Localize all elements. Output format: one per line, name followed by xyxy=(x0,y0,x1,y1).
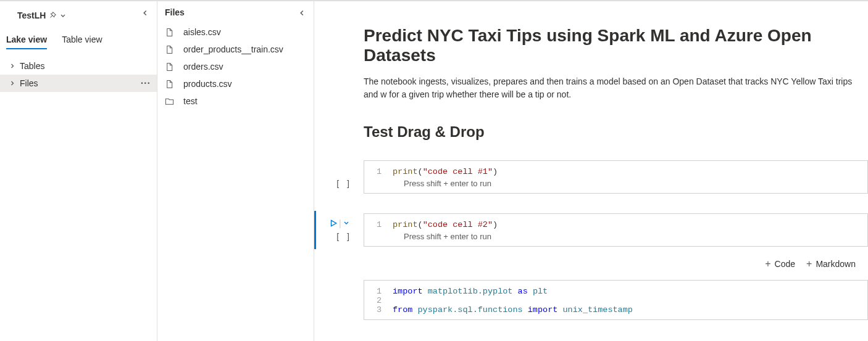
file-icon xyxy=(165,62,175,72)
file-item[interactable]: orders.csv xyxy=(157,58,314,75)
notebook-area: Predict NYC Taxi Tips using Spark ML and… xyxy=(314,1,868,341)
tree-label: Tables xyxy=(20,61,44,71)
explorer-tree: Tables Files ··· xyxy=(0,50,157,92)
code-cell[interactable]: [ ]1print("code cell #1")Press shift + e… xyxy=(364,160,868,194)
file-name: test xyxy=(183,96,198,106)
tree-item-files[interactable]: Files ··· xyxy=(0,75,157,92)
file-name: orders.csv xyxy=(183,62,223,72)
tab-table-view[interactable]: Table view xyxy=(62,31,102,49)
line-number: 2 xyxy=(374,296,393,305)
file-icon xyxy=(165,80,175,89)
file-item[interactable]: test xyxy=(157,92,314,110)
cell-editor[interactable]: 1print("code cell #2")Press shift + ente… xyxy=(364,213,868,247)
file-icon xyxy=(165,28,175,37)
code-line: 1print("code cell #1") xyxy=(364,167,867,176)
divider: | xyxy=(339,218,341,228)
code-line: 1print("code cell #2") xyxy=(364,220,867,229)
plus-icon: + xyxy=(806,259,812,269)
code-content: from pyspark.sql.functions import unix_t… xyxy=(393,305,633,314)
files-header: Files xyxy=(157,1,314,23)
chevron-right-icon xyxy=(9,80,17,87)
code-content: import matplotlib.pyplot as plt xyxy=(393,287,548,296)
view-tabs: Lake view Table view xyxy=(0,26,157,50)
lakehouse-name: TestLH xyxy=(17,10,46,20)
run-hint: Press shift + enter to run xyxy=(364,176,867,188)
file-item[interactable]: aisles.csv xyxy=(157,23,314,41)
run-cell-button[interactable] xyxy=(329,219,338,228)
line-number: 3 xyxy=(374,305,393,314)
lakehouse-sidebar: TestLH Lake view Table view xyxy=(0,1,157,341)
plus-icon: + xyxy=(765,259,770,269)
code-line: 2 xyxy=(364,296,867,305)
line-number: 1 xyxy=(374,287,393,296)
file-name: products.csv xyxy=(183,79,232,89)
run-controls: | xyxy=(329,218,350,228)
run-menu-button[interactable] xyxy=(343,218,350,228)
file-name: aisles.csv xyxy=(183,27,221,37)
pin-icon[interactable] xyxy=(48,11,57,20)
file-item[interactable]: products.csv xyxy=(157,75,314,92)
files-title: Files xyxy=(165,7,185,17)
code-content: print("code cell #2") xyxy=(393,220,498,229)
insert-cell-row: +Code+Markdown xyxy=(364,254,868,274)
folder-icon xyxy=(165,97,175,106)
files-panel: Files aisles.csvorder_products__train.cs… xyxy=(157,1,314,341)
code-cell[interactable]: 1import matplotlib.pyplot as plt23from p… xyxy=(364,280,868,320)
cell-editor[interactable]: 1import matplotlib.pyplot as plt23from p… xyxy=(364,280,868,320)
line-number: 1 xyxy=(374,220,393,229)
code-line: 1import matplotlib.pyplot as plt xyxy=(364,287,867,296)
lakehouse-header: TestLH xyxy=(0,1,157,26)
tab-lake-view[interactable]: Lake view xyxy=(6,31,47,49)
run-hint: Press shift + enter to run xyxy=(364,229,867,241)
notebook-title: Predict NYC Taxi Tips using Spark ML and… xyxy=(364,26,868,65)
more-options-icon[interactable]: ··· xyxy=(141,78,151,89)
notebook-subtitle: Test Drag & Drop xyxy=(364,123,868,141)
code-line: 3from pyspark.sql.functions import unix_… xyxy=(364,305,867,314)
file-name: order_products__train.csv xyxy=(183,44,283,54)
collapse-files-button[interactable] xyxy=(295,6,309,22)
insert-markdown-button[interactable]: +Markdown xyxy=(806,259,856,269)
file-item[interactable]: order_products__train.csv xyxy=(157,41,314,58)
file-icon xyxy=(165,45,175,54)
cell-editor[interactable]: 1print("code cell #1")Press shift + ente… xyxy=(364,160,868,194)
cell-prompt: [ ] xyxy=(335,232,351,242)
chevron-down-icon[interactable] xyxy=(59,12,67,19)
notebook-description: The notebook ingests, visualizes, prepar… xyxy=(364,75,868,101)
collapse-sidebar-button[interactable] xyxy=(138,6,152,22)
chevron-right-icon xyxy=(9,62,17,70)
cell-prompt: [ ] xyxy=(335,179,351,189)
code-content: print("code cell #1") xyxy=(393,167,498,176)
tree-item-tables[interactable]: Tables xyxy=(0,57,157,75)
file-list: aisles.csvorder_products__train.csvorder… xyxy=(157,23,314,110)
code-cell[interactable]: |[ ]1print("code cell #2")Press shift + … xyxy=(364,213,868,247)
tree-label: Files xyxy=(20,78,38,88)
insert-code-button[interactable]: +Code xyxy=(765,259,795,269)
line-number: 1 xyxy=(374,167,393,176)
